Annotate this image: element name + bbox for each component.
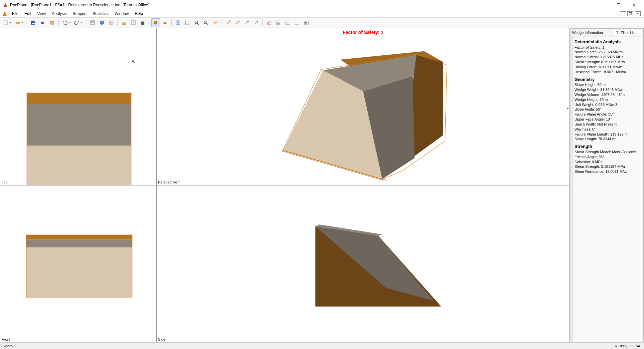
viewport-side[interactable]: Side xyxy=(156,185,570,342)
svg-point-48 xyxy=(298,23,298,24)
copy-button[interactable] xyxy=(48,18,56,27)
svg-rect-51 xyxy=(27,93,131,104)
pan-button[interactable] xyxy=(211,18,220,27)
zoom-in-button[interactable] xyxy=(192,18,201,27)
geo-row: Wedge Weight: 31.3945 MN/m xyxy=(574,87,640,92)
view-2d-button[interactable] xyxy=(161,18,169,27)
viewport-side-label: Side xyxy=(158,337,165,341)
section-deterministic-title: Deterministic Analysis xyxy=(574,39,640,45)
content-area: ↖ Top Factor of Safety: 1 ▸ P xyxy=(0,28,644,342)
zoom-out-button[interactable] xyxy=(202,18,210,27)
compute-button[interactable] xyxy=(138,18,147,27)
menu-support[interactable]: Support xyxy=(70,11,89,17)
panel-collapse-icon[interactable]: ▸ xyxy=(567,107,569,110)
str-row: Shear Resistance: 18.0071 MN/m xyxy=(574,169,640,174)
menu-statistics[interactable]: Statistics xyxy=(90,11,111,17)
mdi-close-button[interactable]: × xyxy=(635,11,641,16)
str-row: Shear Strength: 0.151157 MPa xyxy=(574,164,640,169)
geo-row: Unit Weight: 0.026 MN/m3 xyxy=(574,102,640,107)
svg-rect-52 xyxy=(27,104,131,146)
save-button[interactable] xyxy=(29,18,38,27)
input-data-button[interactable] xyxy=(120,18,128,27)
svg-line-34 xyxy=(227,21,230,24)
svg-rect-14 xyxy=(109,21,113,24)
edit-bolt-button[interactable] xyxy=(242,18,251,27)
undo-button[interactable] xyxy=(61,18,72,27)
status-bar: Ready 61.892, 112.748 xyxy=(0,342,644,349)
mdi-minimize-button[interactable]: - xyxy=(620,11,626,16)
menu-analysis[interactable]: Analysis xyxy=(49,11,70,17)
geo-row: Wedge Volume: 1207.48 m3/m xyxy=(574,92,640,97)
close-button[interactable]: ✕ xyxy=(626,0,641,10)
svg-point-35 xyxy=(229,20,231,22)
toolbar: ✦ X xyxy=(0,17,644,28)
svg-rect-43 xyxy=(277,23,278,24)
wedge-info-content: Deterministic Analysis Factor of Safety:… xyxy=(572,37,642,342)
status-coords: 61.892, 112.748 xyxy=(615,344,641,348)
new-file-button[interactable] xyxy=(1,18,13,27)
svg-text:X: X xyxy=(305,22,307,25)
svg-rect-20 xyxy=(141,21,144,22)
geo-row: Slope Angle: 50° xyxy=(574,107,640,112)
menu-window[interactable]: Window xyxy=(112,11,132,17)
chart-scatter-button[interactable] xyxy=(293,18,301,27)
viewport-front[interactable]: Front xyxy=(0,185,156,342)
chart-bar-button[interactable] xyxy=(274,18,283,27)
redo-button[interactable] xyxy=(73,18,84,27)
svg-rect-53 xyxy=(27,146,131,185)
viewport-front-label: Front xyxy=(2,337,10,341)
svg-rect-23 xyxy=(176,21,178,22)
delete-bolt-button[interactable] xyxy=(252,18,260,27)
display-options-button[interactable] xyxy=(97,18,106,27)
svg-rect-2 xyxy=(4,21,7,25)
svg-line-32 xyxy=(207,23,208,25)
status-text: Ready xyxy=(3,344,13,348)
zoom-extents-button[interactable] xyxy=(183,18,192,27)
svg-marker-21 xyxy=(154,21,157,25)
wedge-info-header: Wedge Information: xyxy=(572,30,612,35)
maximize-button[interactable]: ☐ xyxy=(611,0,626,10)
svg-rect-39 xyxy=(247,21,249,22)
view-3d-button[interactable] xyxy=(151,18,160,27)
filter-list-button[interactable]: Filter List ... xyxy=(614,30,642,35)
svg-rect-63 xyxy=(26,239,132,247)
viewport-perspective[interactable]: Factor of Safety: 1 ▸ Perspective * xyxy=(156,28,570,185)
tile-views-button[interactable] xyxy=(174,18,182,27)
chart-line-button[interactable] xyxy=(265,18,273,27)
sensitivity-button[interactable] xyxy=(129,18,138,27)
print-button[interactable] xyxy=(38,18,47,27)
project-settings-button[interactable] xyxy=(88,18,97,27)
det-row: Normal Force: 25.7169 MN/m xyxy=(574,50,640,55)
menu-edit[interactable]: Edit xyxy=(22,11,34,17)
menu-help[interactable]: Help xyxy=(132,11,146,17)
chart-cumulative-button[interactable] xyxy=(283,18,292,27)
open-file-button[interactable] xyxy=(13,18,25,27)
factor-of-safety-label: Factor of Safety: 1 xyxy=(343,30,383,35)
section-strength-title: Strength xyxy=(574,144,640,150)
det-row: Normal Stress: 0.215875 MPa xyxy=(574,55,640,60)
export-excel-button[interactable]: X xyxy=(302,18,311,27)
det-row: Factor of Safety: 1 xyxy=(574,45,640,50)
svg-point-46 xyxy=(296,23,296,23)
title-bar: RocPlane - [RocPlane1 - FS=1 - Registere… xyxy=(0,0,644,10)
menu-bar: File Edit View Analysis Support Statisti… xyxy=(0,10,644,17)
svg-rect-6 xyxy=(42,21,44,22)
svg-text:✦: ✦ xyxy=(238,20,240,23)
viewport-top[interactable]: ↖ Top xyxy=(0,28,156,185)
mdi-controls: - ❐ × xyxy=(620,11,642,16)
add-bolt-sparkle-button[interactable]: ✦ xyxy=(233,18,242,27)
geo-row: Failure Plane Length: 119.129 m xyxy=(574,132,640,137)
image-export-button[interactable] xyxy=(107,18,115,27)
geo-row: Waviness: 0° xyxy=(574,127,640,132)
minimize-button[interactable]: ─ xyxy=(595,0,611,10)
menu-view[interactable]: View xyxy=(35,11,49,17)
filter-icon xyxy=(616,31,619,34)
geo-row: Slope Length: 78.3244 m xyxy=(574,137,640,142)
mdi-restore-button[interactable]: ❐ xyxy=(627,11,633,16)
svg-rect-5 xyxy=(41,22,44,24)
add-bolt-button[interactable] xyxy=(224,18,233,27)
menu-file[interactable]: File xyxy=(9,11,21,17)
svg-marker-0 xyxy=(3,3,7,7)
det-row: Resisting Force: 18.0071 MN/m xyxy=(574,70,640,75)
svg-point-15 xyxy=(110,22,111,23)
